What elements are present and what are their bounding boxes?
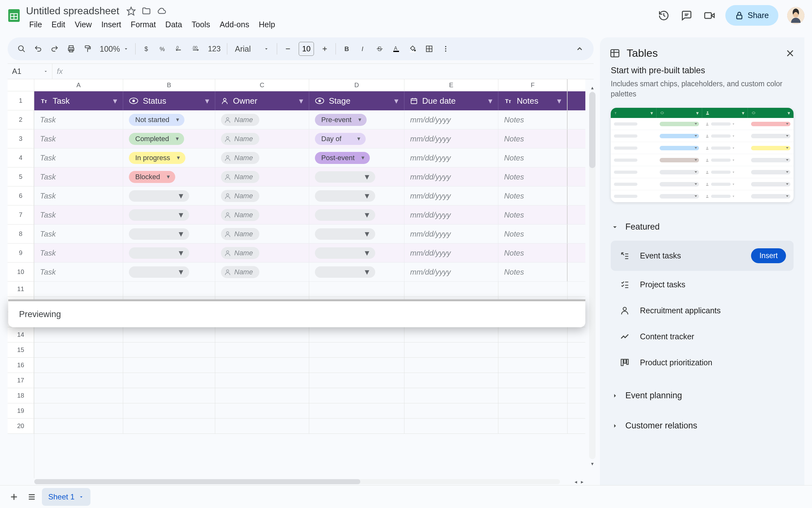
empty-row[interactable]: [34, 404, 585, 419]
add-sheet-icon[interactable]: [6, 489, 22, 505]
cell-stage[interactable]: ▼: [309, 167, 404, 186]
borders-icon[interactable]: [422, 41, 437, 56]
table-row[interactable]: Task▼Name▼mm/dd/yyyyNotes: [34, 206, 585, 224]
row-header-19[interactable]: 19: [8, 404, 34, 419]
empty-row[interactable]: [34, 373, 585, 388]
menu-format[interactable]: Format: [126, 18, 160, 31]
owner-chip[interactable]: Name: [221, 133, 259, 145]
hscroll-thumb[interactable]: [34, 479, 360, 484]
owner-chip[interactable]: Name: [221, 266, 259, 278]
strikethrough-icon[interactable]: S: [372, 41, 387, 56]
row-header-1[interactable]: 1: [8, 91, 34, 110]
menu-addons[interactable]: Add-ons: [215, 18, 254, 31]
menu-insert[interactable]: Insert: [97, 18, 126, 31]
status-chip-empty[interactable]: ▼: [129, 190, 189, 202]
comments-icon[interactable]: [680, 8, 694, 23]
font-size-input[interactable]: [299, 42, 314, 56]
cell-status[interactable]: ▼: [123, 186, 215, 205]
currency-icon[interactable]: $: [139, 41, 154, 56]
cell-owner[interactable]: Name: [215, 129, 309, 148]
row-header-4[interactable]: 4: [8, 149, 34, 167]
section-featured[interactable]: Featured: [611, 217, 794, 236]
all-sheets-icon[interactable]: [24, 489, 39, 505]
chevron-down-icon[interactable]: ▾: [394, 96, 398, 106]
table-row[interactable]: TaskNot started▼NamePre-event▼mm/dd/yyyy…: [34, 110, 585, 129]
status-chip[interactable]: Completed▼: [129, 133, 184, 145]
sheets-logo-icon[interactable]: [4, 3, 24, 28]
cell-owner[interactable]: Name: [215, 167, 309, 186]
row-header-17[interactable]: 17: [8, 373, 34, 388]
col-header-B[interactable]: B: [123, 79, 215, 91]
row-header-20[interactable]: 20: [8, 419, 34, 434]
cell-task[interactable]: Task: [34, 186, 123, 205]
cell-stage[interactable]: Post-event▼: [309, 149, 404, 167]
cell-notes[interactable]: Notes: [498, 206, 568, 224]
menu-edit[interactable]: Edit: [47, 18, 70, 31]
undo-icon[interactable]: [31, 41, 46, 56]
account-avatar[interactable]: [787, 7, 804, 24]
collapse-toolbar-icon[interactable]: [572, 41, 587, 56]
fill-color-icon[interactable]: [405, 41, 420, 56]
scroll-down-icon[interactable]: ▾: [589, 460, 595, 467]
cell-stage[interactable]: ▼: [309, 244, 404, 262]
cell-owner[interactable]: Name: [215, 110, 309, 129]
menu-file[interactable]: File: [25, 18, 46, 31]
menu-view[interactable]: View: [70, 18, 96, 31]
row-header-16[interactable]: 16: [8, 358, 34, 373]
vscroll-thumb[interactable]: [589, 92, 595, 168]
stage-chip-empty[interactable]: ▼: [315, 247, 375, 259]
redo-icon[interactable]: [47, 41, 62, 56]
stage-chip-empty[interactable]: ▼: [315, 171, 375, 183]
table-row[interactable]: TaskIn progress▼NamePost-event▼mm/dd/yyy…: [34, 149, 585, 167]
cell-task[interactable]: Task: [34, 129, 123, 148]
formula-bar[interactable]: fx: [52, 64, 67, 79]
share-button[interactable]: Share: [725, 5, 778, 26]
template-project-tasks[interactable]: Project tasks: [611, 272, 794, 297]
stage-chip-empty[interactable]: ▼: [315, 209, 375, 221]
cell-owner[interactable]: Name: [215, 149, 309, 167]
row-header-2[interactable]: 2: [8, 110, 34, 129]
table-header-task[interactable]: TтTask▾: [34, 91, 123, 110]
stage-chip-empty[interactable]: ▼: [315, 266, 375, 278]
owner-chip[interactable]: Name: [221, 247, 259, 259]
zoom-select[interactable]: 100%: [96, 44, 132, 54]
cell-owner[interactable]: Name: [215, 206, 309, 224]
move-folder-icon[interactable]: [142, 6, 151, 16]
more-toolbar-icon[interactable]: [438, 41, 453, 56]
cell-due[interactable]: mm/dd/yyyy: [404, 110, 498, 129]
vertical-scrollbar[interactable]: ▴ ▾: [589, 92, 595, 459]
cell-stage[interactable]: ▼: [309, 186, 404, 205]
cell-due[interactable]: mm/dd/yyyy: [404, 167, 498, 186]
increase-font-icon[interactable]: [317, 41, 332, 56]
cell-due[interactable]: mm/dd/yyyy: [404, 129, 498, 148]
row-header-8[interactable]: 8: [8, 224, 34, 244]
cell-notes[interactable]: Notes: [498, 244, 568, 262]
italic-icon[interactable]: I: [355, 41, 371, 56]
bold-icon[interactable]: B: [339, 41, 354, 56]
print-icon[interactable]: [64, 41, 79, 56]
table-header-status[interactable]: Status▾: [123, 91, 215, 110]
cell-task[interactable]: Task: [34, 167, 123, 186]
cell-task[interactable]: Task: [34, 110, 123, 129]
table-header-due[interactable]: Due date▾: [404, 91, 498, 110]
horizontal-scrollbar[interactable]: [34, 479, 560, 484]
row-header-3[interactable]: 3: [8, 129, 34, 149]
select-all-corner[interactable]: [8, 79, 34, 91]
cell-due[interactable]: mm/dd/yyyy: [404, 262, 498, 281]
table-row[interactable]: TaskBlocked▼Name▼mm/dd/yyyyNotes: [34, 167, 585, 186]
empty-row[interactable]: [34, 419, 585, 434]
row-header-5[interactable]: 5: [8, 167, 34, 186]
cell-task[interactable]: Task: [34, 149, 123, 167]
scroll-left-icon[interactable]: ◂: [573, 479, 579, 485]
cell-status[interactable]: Not started▼: [123, 110, 215, 129]
status-chip[interactable]: Not started▼: [129, 114, 185, 126]
row-header-15[interactable]: 15: [8, 342, 34, 358]
stage-chip-empty[interactable]: ▼: [315, 190, 375, 202]
cell-status[interactable]: Blocked▼: [123, 167, 215, 186]
doc-title[interactable]: Untitled spreadsheet: [24, 4, 122, 17]
template-product-prioritization[interactable]: Product prioritization: [611, 350, 794, 375]
cell-task[interactable]: Task: [34, 206, 123, 224]
row-header-14[interactable]: 14: [8, 327, 34, 342]
owner-chip[interactable]: Name: [221, 190, 259, 202]
paint-format-icon[interactable]: [80, 41, 95, 56]
